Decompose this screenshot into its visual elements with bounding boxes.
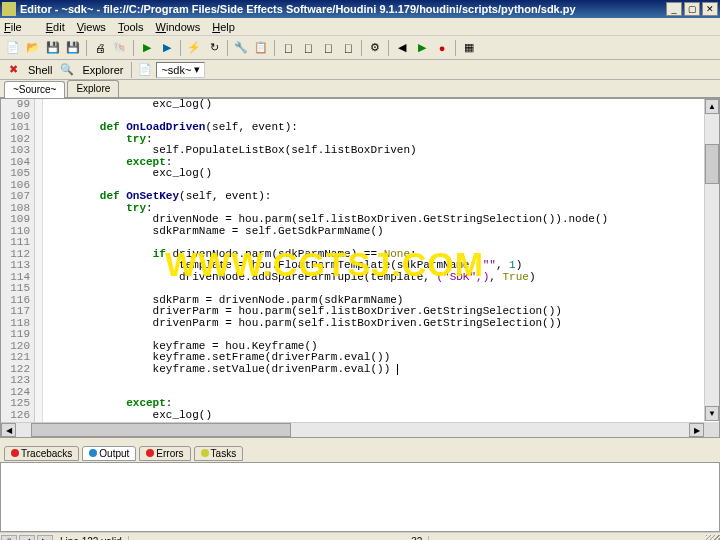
- maximize-button[interactable]: ▢: [684, 2, 700, 16]
- separator: [227, 40, 228, 56]
- menu-bar: File Edit Views Tools Windows Help: [0, 18, 720, 36]
- output-panel[interactable]: [0, 462, 720, 532]
- menu-tools[interactable]: Tools: [118, 21, 144, 33]
- tool-icon[interactable]: 🔧: [232, 39, 250, 57]
- tool-icon[interactable]: ⎕: [279, 39, 297, 57]
- tool-icon[interactable]: ⎕: [299, 39, 317, 57]
- tool-icon[interactable]: ⎕: [339, 39, 357, 57]
- editor-pane: 9910010110210310410510610710810911011111…: [0, 98, 720, 438]
- error-dot-icon: [11, 449, 19, 457]
- explorer-label[interactable]: Explorer: [78, 64, 127, 76]
- editor-tab-bar: ~Source~ Explore: [0, 80, 720, 98]
- code-area[interactable]: exc_log() def OnLoadDriven(self, event):…: [43, 99, 719, 437]
- status-nav-icon[interactable]: ▯: [1, 535, 17, 541]
- status-prev-icon[interactable]: ◀: [19, 535, 35, 541]
- fold-column: [35, 99, 43, 437]
- separator: [180, 40, 181, 56]
- status-line-valid: Line 122 valid: [54, 536, 129, 540]
- misc-icon[interactable]: ▦: [460, 39, 478, 57]
- file-icon[interactable]: 📄: [136, 61, 154, 79]
- menu-views[interactable]: Views: [77, 21, 106, 33]
- title-bar: Editor - ~sdk~ - file://C:/Program Files…: [0, 0, 720, 18]
- bottom-tab-bar: Tracebacks Output Errors Tasks: [0, 444, 720, 462]
- open-icon[interactable]: 📂: [24, 39, 42, 57]
- tool-icon[interactable]: ⎕: [319, 39, 337, 57]
- scroll-corner: [704, 422, 719, 437]
- run-icon[interactable]: 🐚: [111, 39, 129, 57]
- shell-label[interactable]: Shell: [24, 64, 56, 76]
- debug-play-icon[interactable]: ▶: [413, 39, 431, 57]
- line-gutter: 9910010110210310410510610710810911011111…: [1, 99, 35, 437]
- tab-errors[interactable]: Errors: [139, 446, 190, 461]
- window-title: Editor - ~sdk~ - file://C:/Program Files…: [20, 3, 664, 15]
- separator: [86, 40, 87, 56]
- separator: [455, 40, 456, 56]
- menu-file[interactable]: File: [4, 21, 34, 33]
- tab-source[interactable]: ~Source~: [4, 81, 65, 98]
- info-dot-icon: [89, 449, 97, 457]
- close-button[interactable]: ✕: [702, 2, 718, 16]
- toolbar-nav: ✖ Shell 🔍 Explorer 📄 ~sdk~ ▾: [0, 60, 720, 80]
- separator: [274, 40, 275, 56]
- debug-stop-icon[interactable]: ●: [433, 39, 451, 57]
- menu-windows[interactable]: Windows: [156, 21, 201, 33]
- new-icon[interactable]: 📄: [4, 39, 22, 57]
- scroll-thumb[interactable]: [705, 144, 719, 184]
- status-column: 32: [405, 536, 429, 540]
- explorer-icon[interactable]: 🔍: [58, 61, 76, 79]
- scroll-left-icon[interactable]: ◀: [1, 423, 16, 437]
- tab-output[interactable]: Output: [82, 446, 136, 461]
- tool-icon[interactable]: 📋: [252, 39, 270, 57]
- error-dot-icon: [146, 449, 154, 457]
- step-icon[interactable]: ▶: [158, 39, 176, 57]
- file-combo[interactable]: ~sdk~ ▾: [156, 62, 205, 78]
- scroll-up-icon[interactable]: ▲: [705, 99, 719, 114]
- save-icon[interactable]: 💾: [44, 39, 62, 57]
- scroll-right-icon[interactable]: ▶: [689, 423, 704, 437]
- refresh-icon[interactable]: ↻: [205, 39, 223, 57]
- config-icon[interactable]: ⚙: [366, 39, 384, 57]
- status-next-icon[interactable]: ▶: [37, 535, 53, 541]
- nav-icon[interactable]: ◀: [393, 39, 411, 57]
- saveall-icon[interactable]: 💾: [64, 39, 82, 57]
- tab-tasks[interactable]: Tasks: [194, 446, 244, 461]
- toolbar-main: 📄 📂 💾 💾 🖨 🐚 ▶ ▶ ⚡ ↻ 🔧 📋 ⎕ ⎕ ⎕ ⎕ ⚙ ◀ ▶ ● …: [0, 36, 720, 60]
- separator: [388, 40, 389, 56]
- separator: [133, 40, 134, 56]
- scroll-thumb[interactable]: [31, 423, 291, 437]
- horizontal-scrollbar[interactable]: ◀ ▶: [1, 422, 704, 437]
- menu-edit[interactable]: Edit: [46, 21, 65, 33]
- print-icon[interactable]: 🖨: [91, 39, 109, 57]
- status-bar: ▯ ◀ ▶ Line 122 valid 32: [0, 532, 720, 540]
- tab-explore[interactable]: Explore: [67, 80, 119, 97]
- menu-help[interactable]: Help: [212, 21, 235, 33]
- separator: [131, 62, 132, 78]
- play-icon[interactable]: ▶: [138, 39, 156, 57]
- minimize-button[interactable]: _: [666, 2, 682, 16]
- resize-grip[interactable]: [706, 535, 720, 541]
- tab-tracebacks[interactable]: Tracebacks: [4, 446, 79, 461]
- vertical-scrollbar[interactable]: ▲ ▼: [704, 99, 719, 421]
- separator: [361, 40, 362, 56]
- app-icon: [2, 2, 16, 16]
- lightning-icon[interactable]: ⚡: [185, 39, 203, 57]
- x-close-icon[interactable]: ✖: [4, 61, 22, 79]
- scroll-down-icon[interactable]: ▼: [705, 406, 719, 421]
- task-dot-icon: [201, 449, 209, 457]
